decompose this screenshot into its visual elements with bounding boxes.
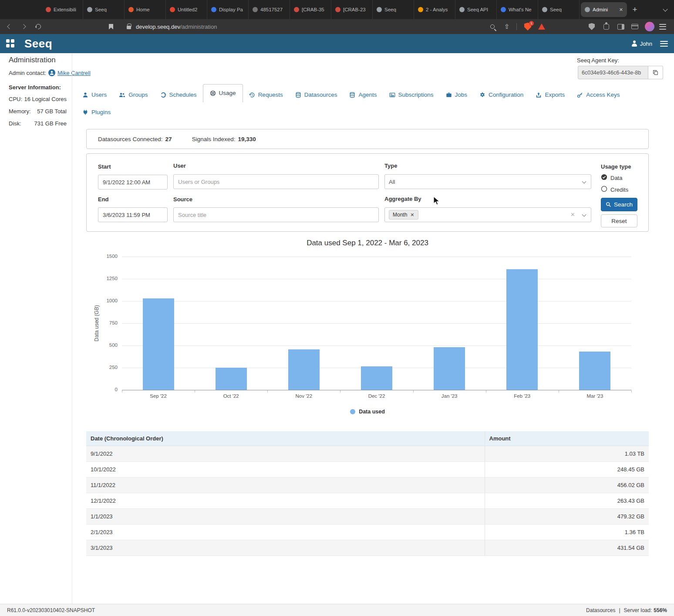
- aggregate-by-select[interactable]: Month ✕ ✕: [384, 207, 591, 222]
- source-input[interactable]: [173, 207, 379, 222]
- browser-tab-active[interactable]: Admini✕: [581, 2, 627, 17]
- user-menu[interactable]: John: [631, 41, 652, 47]
- admin-contact-link[interactable]: Mike Cantrell: [57, 70, 91, 76]
- type-select[interactable]: All: [384, 174, 591, 189]
- search-button[interactable]: Search: [601, 198, 637, 211]
- browser-tab[interactable]: Display Pa: [207, 0, 249, 19]
- browser-navbar: develop.seeq.dev/administration ⇧ 1: [0, 19, 674, 34]
- browser-tab[interactable]: Extensibili: [42, 0, 83, 19]
- tab-agents[interactable]: Agents: [343, 87, 383, 102]
- start-input[interactable]: [98, 175, 168, 190]
- forward-button[interactable]: [22, 19, 25, 34]
- chart-bar[interactable]: [361, 366, 392, 390]
- aggregate-by-label: Aggregate By: [384, 196, 421, 202]
- reload-button[interactable]: [36, 19, 41, 34]
- tab-title: Display Pa: [219, 7, 244, 12]
- tab-groups[interactable]: Groups: [113, 87, 154, 102]
- chart-bar[interactable]: [143, 298, 174, 390]
- browser-tab[interactable]: [CRAB-23: [331, 0, 373, 19]
- browser-tab[interactable]: Seeq: [373, 0, 414, 19]
- chart-bar[interactable]: [288, 349, 320, 390]
- app-menu-icon[interactable]: [660, 41, 668, 47]
- sidebar-toggle-icon[interactable]: [617, 19, 624, 34]
- usage-type-option-data[interactable]: Data: [601, 174, 622, 182]
- tab-access-keys[interactable]: Access Keys: [571, 87, 626, 102]
- tab-configuration[interactable]: Configuration: [473, 87, 529, 102]
- address-bar[interactable]: develop.seeq.dev/administration: [136, 19, 217, 34]
- sync-icon: [160, 92, 166, 98]
- user-input[interactable]: [173, 174, 379, 189]
- browser-tab[interactable]: [CRAB-35: [290, 0, 331, 19]
- chart-bar[interactable]: [434, 347, 465, 390]
- wallet-icon[interactable]: [631, 19, 638, 34]
- table-row: 10/1/2022248.45 GB: [86, 462, 649, 477]
- extensions-icon[interactable]: [603, 19, 609, 34]
- browser-tab[interactable]: 48517527: [249, 0, 290, 19]
- copy-agent-key-button[interactable]: [648, 66, 663, 79]
- forward-icon: [21, 24, 26, 29]
- zoom-button[interactable]: [490, 19, 495, 34]
- new-tab-button[interactable]: +: [628, 3, 641, 16]
- site-security-button[interactable]: [127, 19, 131, 34]
- chart-bar[interactable]: [506, 269, 538, 390]
- tab-users[interactable]: Users: [76, 87, 113, 102]
- radio-checked-icon: [601, 174, 607, 182]
- bookmark-button[interactable]: [109, 19, 113, 34]
- tab-exports[interactable]: Exports: [529, 87, 571, 102]
- usage-table: Date (Chronological Order) Amount 9/1/20…: [86, 431, 649, 556]
- agent-key-field[interactable]: 6c034e93-46c6-443e-8b: [578, 66, 648, 79]
- chart-bar[interactable]: [216, 368, 247, 390]
- tab-datasources[interactable]: Datasources: [289, 87, 344, 102]
- browser-tab[interactable]: Untitled2: [166, 0, 207, 19]
- admin-contact: Admin contact: Mike Cantrell: [9, 69, 91, 76]
- back-button[interactable]: [8, 19, 11, 34]
- password-manager-icon[interactable]: [589, 19, 595, 34]
- users-icon: [119, 92, 125, 98]
- tab-label: Requests: [258, 91, 283, 98]
- browser-tab[interactable]: Seeq: [83, 0, 125, 19]
- clear-selection-icon[interactable]: ✕: [570, 211, 575, 218]
- type-label: Type: [384, 162, 397, 169]
- warning-extension-icon[interactable]: [538, 19, 545, 34]
- stats-bar: Datasources Connected:27Signals Indexed:…: [86, 129, 649, 149]
- share-icon[interactable]: ⇧: [504, 19, 510, 34]
- tab-schedules[interactable]: Schedules: [154, 87, 203, 102]
- server-info-value: 16 Logical Cores: [24, 96, 67, 102]
- gauge-icon: [210, 90, 216, 96]
- tab-close-icon[interactable]: ✕: [618, 7, 623, 13]
- chart-bar[interactable]: [579, 352, 610, 390]
- axis-tick: [340, 390, 340, 393]
- tab-plugins[interactable]: Plugins: [76, 105, 117, 120]
- browser-tab[interactable]: 2 - Analys: [414, 0, 455, 19]
- brave-shield-button[interactable]: 1: [524, 19, 531, 34]
- export-icon: [536, 92, 542, 98]
- browser-menu-icon[interactable]: [659, 19, 666, 34]
- footer-datasources-link[interactable]: Datasources: [586, 607, 615, 613]
- tab-subscriptions[interactable]: Subscriptions: [383, 87, 440, 102]
- axis-tick: [267, 390, 268, 393]
- briefcase-icon: [446, 92, 452, 98]
- gridline: [122, 323, 631, 324]
- reload-icon: [35, 23, 42, 30]
- browser-tab[interactable]: Seeq: [538, 0, 580, 19]
- chart-legend[interactable]: Data used: [86, 409, 649, 415]
- profile-avatar[interactable]: [645, 19, 654, 34]
- tab-search-chevron-icon[interactable]: [663, 7, 667, 11]
- server-info-heading: Server Information:: [9, 84, 61, 91]
- tab-jobs[interactable]: Jobs: [440, 87, 474, 102]
- reset-button[interactable]: Reset: [601, 214, 637, 227]
- column-header-amount: Amount: [485, 431, 649, 446]
- tab-label: Usage: [219, 90, 236, 96]
- usage-type-option-credits[interactable]: Credits: [601, 186, 628, 193]
- tab-title: Admini: [593, 7, 616, 12]
- app-grid-icon[interactable]: [6, 39, 14, 47]
- tab-requests[interactable]: Requests: [243, 87, 289, 102]
- tab-label: Access Keys: [586, 91, 620, 98]
- browser-tab[interactable]: What's Ne: [497, 0, 538, 19]
- admin-contact-label: Admin contact:: [9, 70, 46, 76]
- chip-remove-icon[interactable]: ✕: [410, 212, 414, 218]
- browser-tab[interactable]: Home: [125, 0, 166, 19]
- browser-tab[interactable]: Seeq API: [455, 0, 497, 19]
- end-input[interactable]: [98, 207, 168, 222]
- tab-usage[interactable]: Usage: [203, 84, 243, 102]
